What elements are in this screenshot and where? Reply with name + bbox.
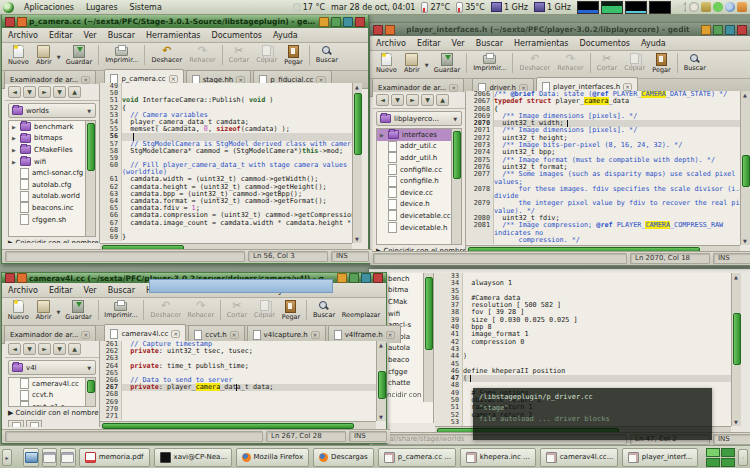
menu-editar[interactable]: Editar <box>49 286 73 295</box>
window-menu-button[interactable] <box>5 273 15 283</box>
gpu-temp-applet[interactable]: 35°C <box>456 2 485 13</box>
menu-ver[interactable]: Ver <box>84 286 97 295</box>
toolbar-button-replace[interactable]: Reemplazar <box>339 299 383 320</box>
toolbar-button-print[interactable]: Imprimir... <box>470 52 509 73</box>
nav-button-3[interactable]: ▼ <box>421 94 434 106</box>
window-maximize-button[interactable] <box>361 273 371 283</box>
toolbar-button-save[interactable]: Guardar <box>63 44 95 67</box>
taskbar-button[interactable]: camerav4l.cc... <box>540 448 618 467</box>
toolbar-button-new[interactable]: Nuevo <box>5 44 32 67</box>
toolbar-button-open[interactable]: Abrir <box>33 44 55 67</box>
scrollbar-thumb[interactable] <box>453 131 461 179</box>
open-dropdown-arrow-icon[interactable]: ▼ <box>57 54 61 60</box>
expander-icon[interactable]: ▶ <box>12 159 17 165</box>
scrollbar-thumb[interactable] <box>378 371 386 399</box>
code-editor-area[interactable]: 495051void InterfaceCamera::Publish( voi… <box>100 83 352 243</box>
close-icon[interactable]: × <box>623 83 632 91</box>
file-tree-item[interactable]: ▶interfaces <box>377 129 461 141</box>
vertical-scrollbar[interactable]: ▲▼ <box>731 273 741 426</box>
screenshot-launcher-button[interactable] <box>23 448 38 467</box>
open-dropdown-arrow-icon[interactable]: ▼ <box>57 309 61 315</box>
menu-documentos[interactable]: Documentos <box>211 31 262 40</box>
nav-button-2[interactable]: ► <box>38 343 51 355</box>
expander-icon[interactable]: ▶ <box>12 124 17 130</box>
window-close-button[interactable] <box>355 17 365 27</box>
toolbar-button-undo[interactable]: ↶Deshacer <box>148 44 185 65</box>
window-minimize-button[interactable] <box>331 17 341 27</box>
scroll-up-arrow[interactable]: ▲ <box>741 91 749 99</box>
scroll-down-arrow[interactable]: ▼ <box>732 418 740 426</box>
toolbar-button-open[interactable]: Abrir <box>401 52 423 75</box>
close-icon[interactable]: × <box>311 331 320 339</box>
code-editor-area[interactable]: 261 // Capture timestamp262 private: uin… <box>100 341 376 421</box>
file-tree-item[interactable]: configfile.cc <box>377 164 461 176</box>
scroll-up-arrow[interactable]: ▲ <box>732 273 740 281</box>
toolbar-button-new[interactable]: Nuevo <box>5 299 32 322</box>
window-sticky-button[interactable] <box>17 273 27 283</box>
window-shade-button[interactable] <box>701 25 711 35</box>
scrollbar-thumb[interactable] <box>87 380 95 393</box>
location-dropdown[interactable]: v4l▼ <box>8 360 96 375</box>
taskbar-button[interactable]: Mozilla Firefox <box>236 448 310 467</box>
window-close-button[interactable] <box>373 273 383 283</box>
nav-button-4[interactable]: ▲ <box>68 343 81 355</box>
nav-button-1[interactable]: ▼ <box>23 86 36 98</box>
close-icon[interactable]: × <box>81 331 90 339</box>
menu-ver[interactable]: Ver <box>452 39 465 48</box>
tools-icon[interactable] <box>737 2 747 12</box>
expander-icon[interactable]: ▶ <box>12 147 17 153</box>
file-tree-item[interactable]: devicetable.h <box>377 222 461 234</box>
nav-button-0[interactable]: ◄ <box>8 343 21 355</box>
file-tree-item[interactable]: device.h <box>377 199 461 211</box>
window-maximize-button[interactable] <box>343 17 353 27</box>
scrollbar-thumb[interactable] <box>87 123 95 171</box>
app-launcher-button-2[interactable] <box>60 448 75 467</box>
file-tree-item[interactable]: ▶CMakeFiles <box>9 144 95 156</box>
system-monitor-cpu-graph[interactable] <box>577 1 599 14</box>
toolbar-button-find[interactable]: Buscar <box>313 44 341 65</box>
menu-ver[interactable]: Ver <box>84 31 97 40</box>
file-tree-item[interactable]: beacons.inc <box>9 202 95 214</box>
nav-button-0[interactable]: ◄ <box>376 94 389 106</box>
file-tree-item[interactable]: ▶bitmaps <box>9 133 95 145</box>
nav-button-3[interactable]: ▼ <box>53 343 66 355</box>
vertical-scrollbar[interactable]: ▲▼ <box>740 91 750 245</box>
workspace-4[interactable] <box>721 458 735 467</box>
file-tree-item[interactable]: addr_util.h <box>377 152 461 164</box>
vertical-scrollbar[interactable]: ▲▼ <box>352 83 362 243</box>
toolbar-button-paste[interactable]: Pegar <box>281 44 305 67</box>
menu-archivo[interactable]: Archivo <box>376 39 406 48</box>
scroll-up-arrow[interactable]: ▲ <box>377 341 385 349</box>
close-icon[interactable]: × <box>230 331 239 339</box>
updates-icon[interactable] <box>713 2 723 12</box>
toolbar-button-save[interactable]: Guardar <box>62 299 94 322</box>
taskbar-button[interactable]: memoria.pdf <box>79 448 150 467</box>
show-desktop-button[interactable]: ▸ <box>2 449 12 466</box>
menu-buscar[interactable]: Buscar <box>476 39 503 48</box>
match-filename-row[interactable]: ▶Coincidir con el nombre <box>5 407 99 419</box>
open-dropdown-arrow-icon[interactable]: ▼ <box>425 62 429 68</box>
sidebar-scrollbar[interactable] <box>451 129 461 244</box>
menu-ayuda[interactable]: Ayuda <box>641 39 666 48</box>
window-sticky-button[interactable] <box>17 17 27 27</box>
close-icon[interactable]: × <box>386 331 395 339</box>
nav-button-4[interactable]: ▲ <box>68 86 81 98</box>
scroll-down-arrow[interactable]: ▼ <box>741 237 749 245</box>
menu-buscar[interactable]: Buscar <box>108 31 135 40</box>
scrollbar-thumb[interactable] <box>733 313 741 365</box>
cpufreq-applet-2[interactable]: 1 GHz <box>534 2 571 12</box>
location-dropdown[interactable]: libplayerco...▼ <box>376 111 462 126</box>
app-launcher-button-1[interactable] <box>42 448 57 467</box>
file-tree-item[interactable]: amcl-sonar.cfg <box>9 167 95 179</box>
title-bar[interactable]: p_camera.cc (~/sexta/PFC/Stage-3.0.1-Sou… <box>2 15 368 28</box>
documents-mode-tab[interactable] <box>26 420 42 427</box>
file-tree-item[interactable]: autolab.cfg <box>9 179 95 191</box>
toolbar-button-paste[interactable]: Pegar <box>279 299 303 322</box>
scroll-up-arrow[interactable]: ▲ <box>353 83 361 91</box>
distro-logo-icon[interactable] <box>3 2 14 13</box>
menu-archivo[interactable]: Archivo <box>8 286 38 295</box>
system-monitor-memory-graph[interactable] <box>601 1 623 14</box>
window-menu-button[interactable] <box>5 17 15 27</box>
nav-button-1[interactable]: ▼ <box>391 94 404 106</box>
close-icon[interactable]: × <box>449 84 458 92</box>
